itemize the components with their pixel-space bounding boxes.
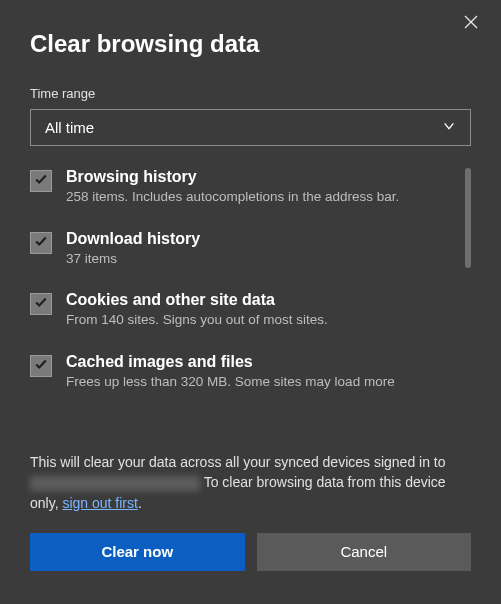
close-icon — [463, 16, 479, 33]
sign-out-link[interactable]: sign out first — [62, 495, 137, 511]
item-cookies: Cookies and other site data From 140 sit… — [30, 291, 453, 329]
data-type-list: Browsing history 258 items. Includes aut… — [30, 168, 471, 428]
checkbox-cookies[interactable] — [30, 293, 52, 315]
item-title: Cookies and other site data — [66, 291, 453, 309]
item-title: Download history — [66, 230, 453, 248]
time-range-value: All time — [45, 119, 94, 136]
footer-text: This will clear your data across all you… — [30, 452, 471, 513]
checkbox-cached[interactable] — [30, 355, 52, 377]
item-title: Cached images and files — [66, 353, 453, 371]
checkmark-icon — [34, 357, 48, 375]
item-subtitle: Frees up less than 320 MB. Some sites ma… — [66, 373, 453, 391]
button-row: Clear now Cancel — [30, 533, 471, 571]
close-button[interactable] — [463, 14, 483, 34]
item-download-history: Download history 37 items — [30, 230, 453, 268]
checkbox-download-history[interactable] — [30, 232, 52, 254]
checkmark-icon — [34, 172, 48, 190]
item-subtitle: 37 items — [66, 250, 453, 268]
item-subtitle: From 140 sites. Signs you out of most si… — [66, 311, 453, 329]
time-range-label: Time range — [30, 86, 471, 101]
redacted-account — [30, 476, 200, 491]
checkmark-icon — [34, 295, 48, 313]
item-subtitle: 258 items. Includes autocompletions in t… — [66, 188, 453, 206]
checkmark-icon — [34, 234, 48, 252]
clear-browsing-data-dialog: Clear browsing data Time range All time … — [0, 0, 501, 604]
checkbox-browsing-history[interactable] — [30, 170, 52, 192]
chevron-down-icon — [442, 119, 456, 136]
item-title: Browsing history — [66, 168, 453, 186]
item-browsing-history: Browsing history 258 items. Includes aut… — [30, 168, 453, 206]
time-range-select[interactable]: All time — [30, 109, 471, 146]
dialog-title: Clear browsing data — [30, 30, 471, 58]
item-cached: Cached images and files Frees up less th… — [30, 353, 453, 391]
cancel-button[interactable]: Cancel — [257, 533, 472, 571]
clear-now-button[interactable]: Clear now — [30, 533, 245, 571]
scrollbar[interactable] — [465, 168, 471, 268]
